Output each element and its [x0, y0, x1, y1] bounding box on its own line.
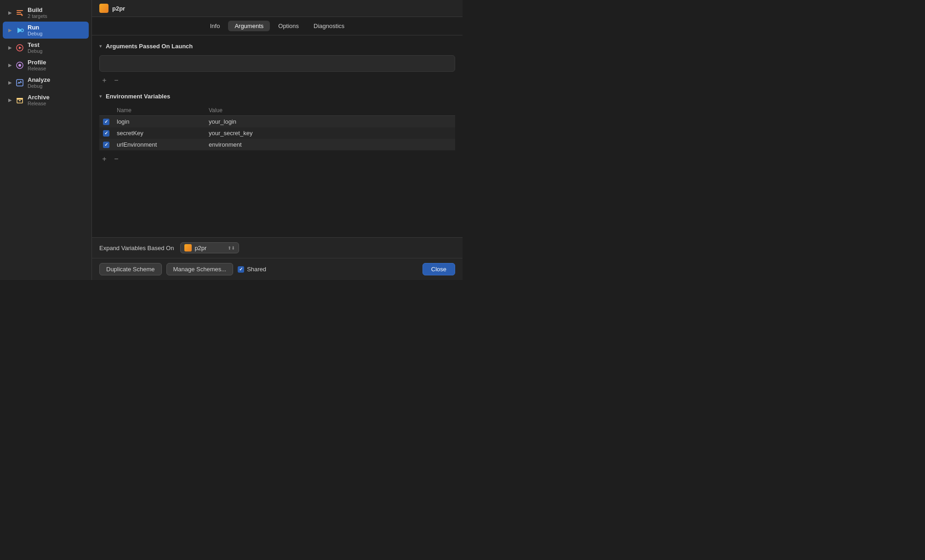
content-area: ▾ Arguments Passed On Launch + − ▾ Envir…: [92, 35, 462, 237]
chevron-right-icon-test: ▶: [7, 45, 13, 51]
profile-icon: [15, 60, 25, 70]
shared-group: Shared: [238, 266, 266, 273]
table-row: urlEnvironment environment: [99, 139, 455, 150]
expand-variables-bar: Expand Variables Based On p2pr ⬆⬇: [92, 237, 462, 258]
test-label-group: Test Debug: [28, 41, 42, 54]
svg-point-8: [18, 64, 21, 67]
arguments-add-button[interactable]: +: [99, 75, 109, 86]
env-row3-name[interactable]: urlEnvironment: [113, 139, 205, 150]
expand-variables-label: Expand Variables Based On: [99, 245, 174, 251]
env-row2-checkbox-cell: [99, 127, 113, 139]
run-icon: [15, 25, 25, 35]
sidebar: ▶ Build 2 targets ▶: [0, 0, 92, 280]
arguments-empty-area: [99, 55, 455, 72]
build-sub: 2 targets: [28, 13, 47, 19]
chevron-right-icon-profile: ▶: [7, 63, 13, 68]
svg-rect-1: [17, 12, 21, 13]
chevron-right-icon: ▶: [7, 10, 13, 16]
chevron-right-icon-archive: ▶: [7, 97, 13, 103]
env-remove-button[interactable]: −: [111, 154, 121, 164]
sidebar-item-run[interactable]: ▶ Run Debug: [3, 22, 89, 39]
svg-rect-0: [17, 10, 23, 11]
table-row: login your_login: [99, 116, 455, 128]
shared-checkbox[interactable]: [238, 266, 244, 273]
sidebar-item-archive[interactable]: ▶ Archive Release: [3, 91, 89, 109]
test-sub: Debug: [28, 48, 42, 54]
archive-label-group: Archive Release: [28, 94, 50, 106]
profile-sub: Release: [28, 66, 46, 71]
env-row3-checkbox-cell: [99, 139, 113, 150]
sidebar-item-build[interactable]: ▶ Build 2 targets: [3, 4, 89, 21]
env-row1-name[interactable]: login: [113, 116, 205, 128]
analyze-label-group: Analyze Debug: [28, 76, 50, 89]
svg-marker-3: [17, 28, 22, 33]
archive-sub: Release: [28, 101, 50, 106]
build-title: Build: [28, 6, 47, 13]
chevron-right-icon-analyze: ▶: [7, 80, 13, 86]
env-vars-section-title: Environment Variables: [106, 93, 170, 100]
col-name-header: Name: [113, 105, 205, 116]
env-vars-controls: + −: [99, 154, 455, 164]
arguments-controls: + −: [99, 75, 455, 86]
env-row3-value[interactable]: environment: [205, 139, 455, 150]
env-row3-checkbox[interactable]: [103, 142, 109, 148]
dropdown-arrow-icon: ⬆⬇: [228, 246, 235, 251]
env-row1-checkbox-cell: [99, 116, 113, 128]
svg-marker-6: [19, 46, 22, 49]
arguments-chevron-icon: ▾: [99, 43, 102, 49]
env-row1-checkbox[interactable]: [103, 119, 109, 125]
arguments-section-header: ▾ Arguments Passed On Launch: [99, 43, 455, 50]
run-title: Run: [28, 24, 42, 31]
footer: Duplicate Scheme Manage Schemes... Share…: [92, 258, 462, 280]
profile-label-group: Profile Release: [28, 59, 46, 71]
chevron-right-icon-run: ▶: [7, 28, 13, 33]
build-icon: [15, 8, 25, 18]
duplicate-scheme-button[interactable]: Duplicate Scheme: [99, 263, 162, 275]
tab-arguments[interactable]: Arguments: [228, 21, 270, 31]
sidebar-item-analyze[interactable]: ▶ Analyze Debug: [3, 74, 89, 91]
arguments-section-title: Arguments Passed On Launch: [106, 43, 193, 50]
expand-variables-dropdown[interactable]: p2pr ⬆⬇: [180, 242, 239, 253]
shared-label: Shared: [247, 266, 266, 273]
col-value-header: Value: [205, 105, 455, 116]
analyze-title: Analyze: [28, 76, 50, 83]
sidebar-item-profile[interactable]: ▶ Profile Release: [3, 57, 89, 74]
archive-title: Archive: [28, 94, 50, 101]
arguments-remove-button[interactable]: −: [111, 75, 121, 86]
env-vars-chevron-icon: ▾: [99, 93, 102, 99]
profile-title: Profile: [28, 59, 46, 66]
sidebar-item-test[interactable]: ▶ Test Debug: [3, 39, 89, 56]
tab-diagnostics[interactable]: Diagnostics: [307, 21, 351, 31]
scheme-icon: [99, 4, 108, 13]
tab-options[interactable]: Options: [272, 21, 305, 31]
tab-info[interactable]: Info: [204, 21, 227, 31]
test-icon: [15, 43, 25, 53]
run-label-group: Run Debug: [28, 24, 42, 36]
env-vars-section-header: ▾ Environment Variables: [99, 93, 455, 100]
main-content: p2pr Info Arguments Options Diagnostics …: [92, 0, 462, 280]
col-check-header: [99, 105, 113, 116]
dropdown-scheme-icon: [184, 244, 192, 251]
build-label-group: Build 2 targets: [28, 6, 47, 19]
close-button[interactable]: Close: [423, 263, 455, 275]
header-bar: p2pr: [92, 0, 462, 17]
archive-icon: [15, 95, 25, 105]
env-row2-name[interactable]: secretKey: [113, 127, 205, 139]
env-vars-table: Name Value login your_login: [99, 105, 455, 150]
dropdown-scheme-name: p2pr: [194, 245, 206, 251]
analyze-icon: [15, 78, 25, 88]
analyze-sub: Debug: [28, 83, 50, 89]
tabs-bar: Info Arguments Options Diagnostics: [92, 17, 462, 35]
env-row1-value[interactable]: your_login: [205, 116, 455, 128]
table-row: secretKey your_secret_key: [99, 127, 455, 139]
scheme-name: p2pr: [112, 5, 125, 12]
env-row2-checkbox[interactable]: [103, 130, 109, 137]
test-title: Test: [28, 41, 42, 48]
run-sub: Debug: [28, 31, 42, 36]
svg-rect-12: [19, 100, 21, 101]
env-add-button[interactable]: +: [99, 154, 109, 164]
manage-schemes-button[interactable]: Manage Schemes...: [166, 263, 234, 275]
env-row2-value[interactable]: your_secret_key: [205, 127, 455, 139]
